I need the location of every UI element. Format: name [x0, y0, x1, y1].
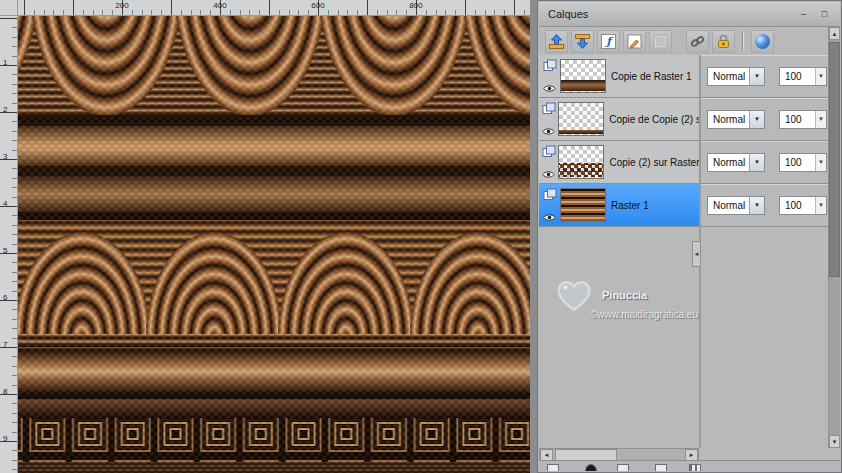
opacity-field[interactable]: 100 ▼: [779, 153, 827, 172]
bottom-toolbar-button[interactable]: [585, 464, 597, 471]
blend-mode-value: Normal: [713, 71, 745, 82]
layer-type-icon: [543, 188, 557, 201]
move-up-icon: [548, 33, 565, 50]
opacity-slider-icon[interactable]: ▼: [815, 68, 826, 85]
move-down-icon: [574, 33, 591, 50]
ruler-mark: 9: [3, 434, 7, 443]
visibility-eye-icon[interactable]: [543, 213, 556, 222]
ruler-mark: 6: [3, 293, 7, 302]
opacity-value: 100: [785, 114, 802, 125]
scrollbar-thumb[interactable]: [829, 42, 840, 277]
vertical-scrollbar[interactable]: ▲ ▼: [828, 27, 840, 448]
layer-select-area[interactable]: Raster 1: [539, 184, 699, 226]
layer-select-area[interactable]: Copie de Copie (2) sur: [539, 98, 699, 140]
ruler-mark: 400: [208, 1, 232, 10]
layer-thumbnail[interactable]: [558, 102, 604, 136]
ruler-mark: 800: [404, 1, 428, 10]
blend-mode-dropdown[interactable]: Normal ▼: [707, 67, 765, 86]
visibility-eye-icon[interactable]: [542, 170, 555, 179]
watermark: Pinuccia ©www.maidiragrafica.eu: [554, 277, 804, 341]
splitter-collapse-button[interactable]: ◄: [692, 241, 701, 267]
thumbnail-content: [561, 80, 605, 91]
bottom-toolbar-button[interactable]: [689, 464, 701, 471]
ruler-corner: [0, 0, 18, 16]
disabled-layer-button[interactable]: [649, 30, 672, 53]
horizontal-ruler: 200 400 600 800: [18, 0, 530, 16]
blend-mode-dropdown[interactable]: Normal ▼: [707, 153, 765, 172]
scroll-down-button[interactable]: ▼: [829, 435, 840, 448]
blend-mode-value: Normal: [713, 200, 745, 211]
layer-effects-button[interactable]: ƒ: [597, 30, 620, 53]
layer-select-area[interactable]: Copie (2) sur Raster 1: [539, 141, 699, 183]
palette-title: Calques: [548, 8, 588, 20]
thumbnail-content: [561, 189, 605, 221]
edit-layer-button[interactable]: [623, 30, 646, 53]
toolbar-separator: [742, 32, 744, 50]
blend-mode-value: Normal: [713, 114, 745, 125]
ruler-mark: 4: [3, 199, 7, 208]
blend-mode-dropdown[interactable]: Normal ▼: [707, 110, 765, 129]
bottom-toolbar-button[interactable]: [655, 464, 667, 471]
watermark-name: Pinuccia: [602, 289, 647, 301]
visibility-eye-icon[interactable]: [543, 84, 556, 93]
ruler-mark: 7: [3, 340, 7, 349]
vertical-ruler: 1 2 3 4 5 6 7 8 9: [0, 16, 18, 473]
opacity-slider-icon[interactable]: ▼: [815, 197, 826, 214]
layer-thumbnail[interactable]: [560, 188, 606, 222]
opacity-value: 100: [785, 157, 802, 168]
palette-header[interactable]: Calques – □: [539, 2, 840, 27]
layer-name: Raster 1: [611, 200, 649, 211]
opacity-slider-icon[interactable]: ▼: [815, 154, 826, 171]
layer-type-icon: [543, 59, 557, 72]
palette-float-button[interactable]: □: [817, 8, 832, 21]
layer-name: Copie de Copie (2) sur: [609, 114, 699, 125]
canvas-viewport[interactable]: [18, 16, 530, 473]
opacity-field[interactable]: 100 ▼: [779, 67, 827, 86]
ruler-mark: 2: [3, 105, 7, 114]
layer-row: Copie de Raster 1 Normal ▼ 100 ▼: [539, 55, 828, 98]
chevron-down-icon[interactable]: ▼: [749, 111, 764, 128]
chevron-down-icon[interactable]: ▼: [749, 154, 764, 171]
layer-controls: Normal ▼ 100 ▼: [699, 55, 828, 97]
blend-mode-dropdown[interactable]: Normal ▼: [707, 196, 765, 215]
chevron-down-icon[interactable]: ▼: [749, 197, 764, 214]
layer-thumbnail[interactable]: [558, 145, 604, 179]
bottom-toolbar-button[interactable]: [547, 464, 559, 471]
canvas-image: [18, 16, 530, 473]
opacity-slider-icon[interactable]: ▼: [815, 111, 826, 128]
visibility-eye-icon[interactable]: [542, 127, 555, 136]
disabled-icon: [652, 33, 669, 50]
layer-thumbnail[interactable]: [560, 59, 606, 93]
palette-toolbar: ƒ: [539, 27, 828, 55]
bottom-toolbar-button[interactable]: [617, 464, 629, 471]
blend-mode-value: Normal: [713, 157, 745, 168]
ruler-mark: 1: [3, 58, 7, 67]
watermark-site: ©www.maidiragrafica.eu: [590, 309, 698, 320]
move-layer-down-button[interactable]: [571, 30, 594, 53]
layer-controls: Normal ▼ 100 ▼: [699, 98, 828, 140]
ruler-mark: 8: [3, 387, 7, 396]
layer-type-icon: [542, 102, 556, 115]
ruler-mark: 200: [110, 1, 134, 10]
ruler-mark: 600: [306, 1, 330, 10]
palette-minimize-button[interactable]: –: [796, 8, 811, 21]
link-layers-button[interactable]: [686, 30, 709, 53]
move-layer-up-button[interactable]: [545, 30, 568, 53]
ruler-mark: 3: [3, 152, 7, 161]
chevron-down-icon[interactable]: ▼: [749, 68, 764, 85]
palette-bottom-toolbar: [539, 460, 840, 471]
chain-link-icon: [689, 33, 706, 50]
pencil-icon: [626, 33, 643, 50]
opacity-field[interactable]: 100 ▼: [779, 110, 827, 129]
ruler-mark: 5: [3, 246, 7, 255]
opacity-value: 100: [785, 71, 802, 82]
mask-overlay-button[interactable]: [751, 30, 774, 53]
scroll-up-button[interactable]: ▲: [829, 27, 840, 40]
layer-controls: Normal ▼ 100 ▼: [699, 141, 828, 183]
layer-name: Copie de Raster 1: [611, 71, 692, 82]
layer-name: Copie (2) sur Raster 1: [609, 157, 699, 168]
lock-transparency-button[interactable]: [712, 30, 735, 53]
opacity-field[interactable]: 100 ▼: [779, 196, 827, 215]
layer-select-area[interactable]: Copie de Raster 1: [539, 55, 699, 97]
fx-icon: ƒ: [601, 34, 616, 49]
